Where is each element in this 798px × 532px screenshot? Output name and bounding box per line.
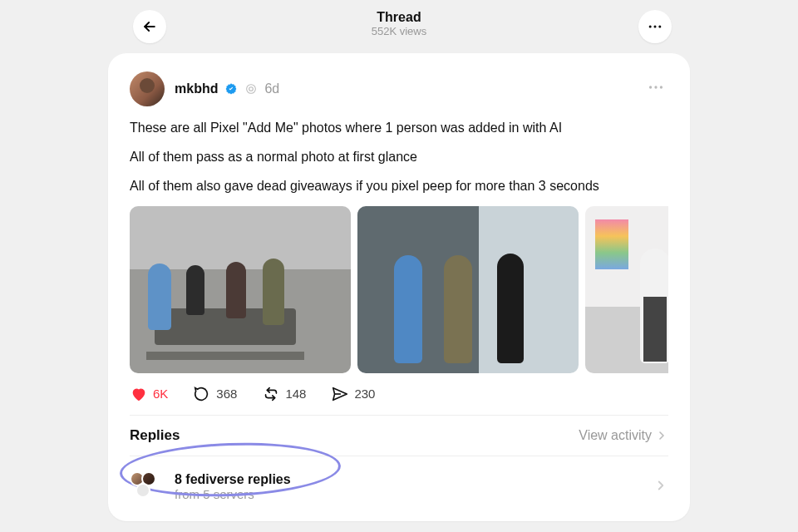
svg-point-3 — [658, 26, 661, 28]
comment-button[interactable]: 368 — [193, 385, 237, 403]
post-paragraph: These are all Pixel "Add Me" photos wher… — [130, 118, 668, 137]
post-image[interactable] — [585, 206, 668, 373]
threads-icon — [244, 82, 258, 96]
post-image[interactable] — [357, 206, 579, 373]
topbar: Thread 552K views — [0, 0, 798, 47]
share-button[interactable]: 230 — [331, 385, 375, 403]
comment-icon — [193, 385, 211, 403]
like-count: 6K — [153, 387, 168, 401]
svg-point-2 — [654, 26, 657, 28]
share-count: 230 — [354, 387, 375, 401]
author-avatar[interactable] — [130, 71, 165, 106]
view-count: 552K views — [372, 25, 426, 37]
fediverse-text: 8 fediverse replies from 5 servers — [175, 472, 291, 501]
view-activity-link[interactable]: View activity — [579, 428, 668, 443]
verified-badge-icon — [224, 82, 238, 96]
chevron-right-icon — [655, 429, 668, 442]
repost-button[interactable]: 148 — [262, 385, 306, 403]
author-username[interactable]: mkbhd — [175, 81, 218, 96]
post-card: mkbhd 6d These are all Pixel "Add Me" ph… — [108, 53, 690, 521]
dots-icon — [647, 18, 663, 35]
author-row: mkbhd 6d — [175, 81, 279, 96]
action-bar: 6K 368 148 230 — [130, 385, 668, 416]
post-time: 6d — [264, 81, 279, 96]
heart-icon — [130, 385, 148, 403]
post-header: mkbhd 6d — [130, 71, 668, 106]
image-gallery — [130, 206, 668, 373]
svg-point-8 — [660, 86, 663, 88]
back-button[interactable] — [133, 10, 166, 43]
comment-count: 368 — [216, 387, 237, 401]
svg-point-4 — [247, 85, 256, 94]
post-paragraph: All of them also gave dead giveaways if … — [130, 176, 668, 195]
svg-point-7 — [654, 86, 657, 88]
avatar — [135, 483, 150, 498]
like-button[interactable]: 6K — [130, 385, 168, 403]
repost-icon — [262, 385, 280, 403]
page-title-block: Thread 552K views — [372, 10, 426, 37]
fediverse-replies-row[interactable]: 8 fediverse replies from 5 servers — [130, 456, 668, 503]
view-activity-label: View activity — [579, 428, 652, 443]
fediverse-title: 8 fediverse replies — [175, 472, 291, 487]
replies-header: Replies View activity — [130, 416, 668, 456]
svg-point-5 — [249, 87, 254, 91]
more-button[interactable] — [638, 10, 672, 43]
arrow-left-icon — [141, 18, 158, 35]
share-icon — [331, 385, 349, 403]
post-body: These are all Pixel "Add Me" photos wher… — [130, 118, 668, 196]
post-image[interactable] — [130, 206, 351, 373]
repost-count: 148 — [285, 387, 306, 401]
post-paragraph: All of them pass as a normal photo at fi… — [130, 147, 668, 166]
page-title: Thread — [372, 10, 426, 25]
svg-point-6 — [649, 86, 652, 88]
dots-icon — [647, 78, 665, 96]
post-more-button[interactable] — [643, 75, 668, 103]
chevron-right-icon — [653, 478, 668, 496]
fediverse-avatars — [130, 471, 163, 503]
svg-point-1 — [649, 26, 652, 28]
replies-title: Replies — [130, 427, 180, 444]
fediverse-subtitle: from 5 servers — [175, 487, 291, 501]
